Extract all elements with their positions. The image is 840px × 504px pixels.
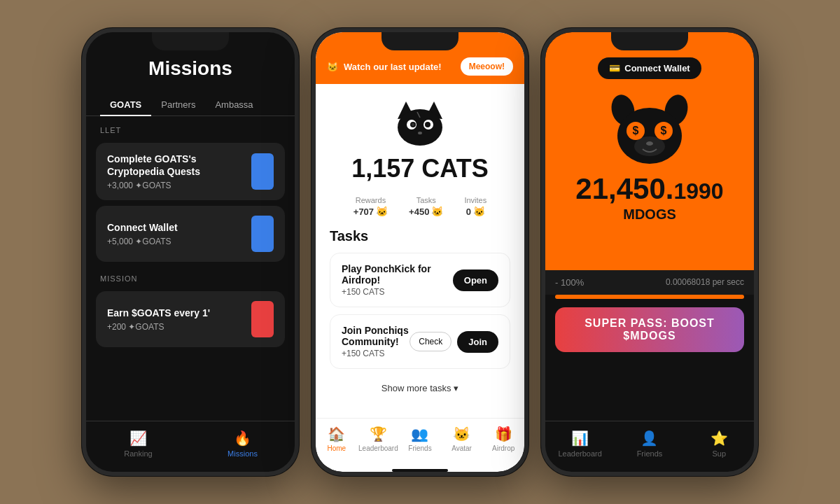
section-label-llet: LLET [86,116,295,140]
nav-avatar-label: Avatar [451,444,472,452]
nav-ranking[interactable]: 📈 Ranking [86,430,190,458]
task-ponchkick-name: Play PonchKick for Airdrop! [342,263,453,286]
cats-stats: Rewards +707 🐱 Tasks +450 🐱 Invites [316,196,524,217]
super-pass-text: SUPER PASS: BOOST $MDOGS [584,317,715,342]
nav-airdrop[interactable]: 🎁 Airdrop [482,426,524,452]
show-more-tasks[interactable]: Show more tasks ▾ [330,376,510,400]
svg-point-18 [646,141,653,146]
phone-notch-1 [152,32,229,50]
airdrop-icon: 🎁 [495,426,512,442]
task-ponchiqs: Join Ponchiqs Community! +150 CATS Check… [330,314,510,369]
phone-notch-2 [382,32,458,50]
phones-container: Missions GOATS Partners Ambassa LLET Com… [68,14,772,490]
task-ponchiqs-reward: +150 CATS [342,349,410,358]
phone3-screen: 💳 Connect Wallet $ [545,32,754,472]
banner-text: Watch our last update! [344,62,442,72]
nav-friends-3[interactable]: 👤 Friends [615,430,684,458]
mdogs-stats-row: - 100% 0.00068018 per secc [545,270,754,295]
nav-sup-3[interactable]: ⭐ Sup [685,430,754,458]
super-pass-banner[interactable]: SUPER PASS: BOOST $MDOGS [555,307,744,352]
phone-notch-3 [611,32,688,50]
avatar-icon: 🐱 [453,426,470,442]
leaderboard-icon: 🏆 [370,426,387,442]
missions-title: Missions [100,57,281,80]
badge-earn [251,301,274,337]
svg-point-8 [418,132,422,134]
phone3-bottom-nav: 📊 Leaderboard 👤 Friends ⭐ Sup [545,421,754,472]
nav-leaderboard[interactable]: 🏆 Leaderboard [358,426,400,452]
phone-cats: 🐱 Watch our last update! Meeoow! [312,28,528,476]
cat-icon [392,98,448,147]
sup-icon-3: ⭐ [710,430,728,447]
nav-airdrop-label: Airdrop [492,444,514,452]
stat-invites-value: 0 🐱 [466,206,485,217]
stat-rewards-value: +707 🐱 [354,206,388,217]
leaderboard-icon-3: 📊 [571,430,589,447]
svg-text:$: $ [633,125,639,136]
stat-invites: Invites 0 🐱 [464,196,486,217]
svg-point-5 [412,123,414,126]
mission-card-earn[interactable]: Earn $GOATS every 1' +200 ✦GOATS [96,291,285,347]
nav-friends-label: Friends [408,444,431,452]
friends-icon: 👥 [411,426,428,442]
badge-connect-wallet [251,216,274,252]
stat-tasks-label: Tasks [416,196,436,204]
card-reward-connect-wallet: +5,000 ✦GOATS [107,237,251,246]
tab-partners[interactable]: Partners [151,94,205,115]
nav-avatar[interactable]: 🐱 Avatar [441,426,483,452]
tab-ambassa[interactable]: Ambassa [205,94,262,115]
nav-missions[interactable]: 🔥 Missions [190,430,295,458]
nav-home[interactable]: 🏠 Home [316,426,358,452]
stat-rewards-label: Rewards [356,196,386,204]
nav-leaderboard-3[interactable]: 📊 Leaderboard [545,430,615,458]
cat-banner-icon: 🐱 [327,62,338,72]
cat-area: 1,157 CATS [316,84,524,190]
phone-missions: Missions GOATS Partners Ambassa LLET Com… [82,28,299,476]
missions-tabs: GOATS Partners Ambassa [86,87,295,116]
mission-card-connect-wallet[interactable]: Connect Wallet +5,000 ✦GOATS [96,206,285,262]
tab-goats[interactable]: GOATS [100,94,151,115]
nav-leaderboard-label: Leaderboard [358,444,398,452]
phone2-screen: 🐱 Watch our last update! Meeoow! [316,32,524,472]
card-title-cryptopedia: Complete GOATS's Cryptopedia Quests [107,153,251,178]
nav-leaderboard-label-3: Leaderboard [558,449,601,458]
nav-home-label: Home [327,444,346,452]
per-sec-stat: 0.00068018 per secc [666,277,744,288]
friends-icon-3: 👤 [640,430,658,447]
cat-emoji-rewards: 🐱 [376,206,388,217]
ranking-icon: 📈 [130,430,147,447]
stat-rewards: Rewards +707 🐱 [354,196,388,217]
cat-emoji-invites: 🐱 [473,206,485,217]
nav-friends[interactable]: 👥 Friends [399,426,441,452]
phone2-bottom-nav: 🏠 Home 🏆 Leaderboard 👥 Friends 🐱 Avatar … [316,418,524,466]
svg-text:$: $ [661,125,667,136]
mdogs-progress-bar [555,295,744,299]
nav-ranking-label: Ranking [124,449,152,458]
wallet-icon: 💳 [609,63,620,74]
stat-tasks: Tasks +450 🐱 [409,196,443,217]
meeoow-button[interactable]: Meeoow! [461,57,513,76]
check-button[interactable]: Check [410,332,451,351]
connect-wallet-button[interactable]: 💳 Connect Wallet [598,57,701,79]
mission-card-cryptopedia[interactable]: Complete GOATS's Cryptopedia Quests +3,0… [96,143,285,200]
badge-cryptopedia [251,153,274,190]
card-title-connect-wallet: Connect Wallet [107,221,251,234]
tasks-section: Tasks Play PonchKick for Airdrop! +150 C… [316,217,524,418]
mdogs-header: 💳 Connect Wallet $ [545,32,754,270]
phone-mdogs: 💳 Connect Wallet $ [541,28,758,476]
section-label-mission: MISSION [86,265,295,288]
join-button[interactable]: Join [457,331,498,353]
phone1-bottom-nav: 📈 Ranking 🔥 Missions [86,421,295,472]
card-reward-earn: +200 ✦GOATS [107,322,251,332]
mdogs-amount: 21,450.1990 [559,174,740,204]
task-ponchkick-reward: +150 CATS [342,287,453,297]
mdogs-currency: MDOGS [559,206,740,223]
svg-point-7 [425,122,430,127]
card-reward-cryptopedia: +3,000 ✦GOATS [107,181,251,190]
svg-point-2 [398,109,442,146]
missions-icon: 🔥 [234,430,251,447]
home-icon: 🏠 [328,426,345,442]
open-button[interactable]: Open [453,270,498,291]
percentage-stat: - 100% [555,277,584,288]
nav-sup-label-3: Sup [713,449,727,458]
